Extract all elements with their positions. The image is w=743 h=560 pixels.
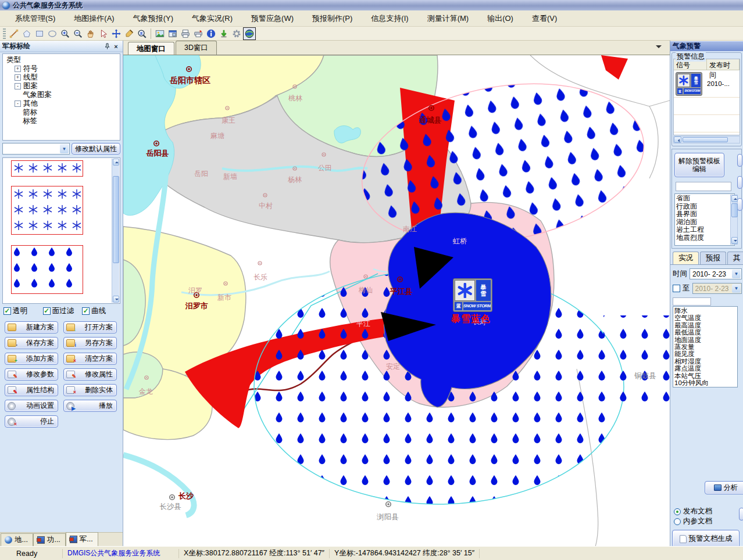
- rain-pattern-swatch[interactable]: [11, 245, 83, 294]
- scheme-button[interactable]: ×停止: [5, 415, 58, 428]
- checkbox-curve[interactable]: ✓曲线: [82, 306, 119, 316]
- scheme-button[interactable]: i另存方案: [63, 337, 117, 349]
- analyze-button[interactable]: 分析: [705, 481, 743, 494]
- tree-item[interactable]: -其他: [4, 99, 119, 108]
- element-item[interactable]: 最低温度: [674, 329, 736, 336]
- menu-item[interactable]: 气象实况(R): [183, 12, 242, 26]
- snow-pattern-swatch[interactable]: [11, 186, 83, 235]
- layer-item[interactable]: 湖泊面: [676, 218, 733, 227]
- tab-other[interactable]: 其: [727, 252, 743, 264]
- scheme-button[interactable]: +添加方案: [5, 353, 58, 365]
- element-item[interactable]: 露点温度: [674, 365, 736, 372]
- scheme-button[interactable]: ×删除实体: [63, 384, 117, 396]
- draw-ellipse-icon[interactable]: [46, 27, 59, 40]
- scheme-button[interactable]: ↓打开方案: [63, 321, 117, 333]
- checkbox-to[interactable]: ✓: [673, 285, 680, 292]
- tree-item[interactable]: +符号: [4, 64, 119, 73]
- pan-hand-icon[interactable]: [84, 27, 97, 40]
- scroll-up-icon[interactable]: [113, 159, 119, 166]
- menu-item[interactable]: 查看(V): [523, 12, 566, 26]
- import-icon[interactable]: [217, 27, 230, 40]
- zoom-window-icon[interactable]: [135, 27, 148, 40]
- pin-icon[interactable]: [103, 42, 112, 51]
- element-item[interactable]: 相对湿度: [674, 358, 736, 365]
- layer-item[interactable]: 地震烈度: [676, 234, 733, 242]
- scroll-thumb[interactable]: [731, 203, 738, 217]
- print-icon[interactable]: [179, 27, 192, 40]
- menu-item[interactable]: 气象预报(Y): [124, 12, 183, 26]
- globe-view-icon[interactable]: [243, 27, 256, 40]
- expand-icon[interactable]: +: [15, 66, 21, 72]
- layer-item[interactable]: 县界面: [676, 210, 733, 218]
- tree-item[interactable]: +线型: [4, 73, 119, 82]
- radio-publish-doc[interactable]: 发布文档: [674, 507, 712, 516]
- menu-item[interactable]: 预报制作(P): [303, 12, 362, 26]
- layer-item[interactable]: 省面: [676, 195, 733, 203]
- scroll-down-icon[interactable]: [113, 296, 119, 303]
- tree-item[interactable]: 气象图案: [4, 91, 119, 99]
- tab-live[interactable]: 实况: [673, 252, 699, 264]
- zoom-in-icon[interactable]: [59, 27, 72, 40]
- element-item[interactable]: 蒸发量: [674, 343, 736, 350]
- tab-forecast[interactable]: 预报: [700, 252, 726, 264]
- element-list[interactable]: 降水空气温度最高温度最低温度地面温度蒸发量能见度相对湿度露点温度本站气压10分钟…: [673, 306, 738, 387]
- cancel-warning-template-button[interactable]: 解除预警模板编辑: [674, 153, 724, 177]
- scheme-button[interactable]: ▪保存方案: [5, 337, 58, 349]
- layer-item[interactable]: 行政面: [676, 203, 733, 211]
- symbol-combo[interactable]: ▼: [2, 143, 70, 155]
- tree-item[interactable]: -图案: [4, 82, 119, 91]
- element-item[interactable]: 能见度: [674, 350, 736, 357]
- scheme-button[interactable]: 动画设置: [5, 400, 58, 412]
- scroll-left-icon[interactable]: [674, 137, 681, 143]
- snowstorm-sign[interactable]: 暴雪 蓝 SNOW STORM: [453, 278, 492, 312]
- element-item[interactable]: 地面温度: [674, 336, 736, 343]
- scroll-down-icon[interactable]: [731, 237, 738, 244]
- table-hscrollbar[interactable]: [673, 136, 740, 143]
- checkbox-face-filter[interactable]: ✓面过滤: [43, 306, 80, 316]
- collapse-icon[interactable]: -: [15, 83, 21, 89]
- clipped-button[interactable]: [737, 154, 742, 167]
- draw-polygon-icon[interactable]: [20, 27, 33, 40]
- move-icon[interactable]: [110, 27, 123, 40]
- element-item[interactable]: 空气温度: [674, 314, 736, 321]
- scheme-button[interactable]: ✎属性结构: [5, 384, 58, 396]
- scroll-thumb[interactable]: [683, 137, 728, 142]
- layer-item[interactable]: 岩土工程: [676, 226, 733, 234]
- menu-item[interactable]: 信息支持(I): [362, 12, 417, 26]
- tab-map-layers[interactable]: 地...: [1, 533, 33, 546]
- menu-item[interactable]: 输出(O): [478, 12, 523, 26]
- tab-functions[interactable]: 功...: [33, 533, 66, 546]
- tab-3d-window[interactable]: 3D窗口: [176, 41, 217, 55]
- collapse-icon[interactable]: -: [15, 100, 21, 107]
- draw-line-icon[interactable]: [8, 27, 20, 40]
- clipped-button[interactable]: [739, 508, 743, 520]
- layer-list[interactable]: 省面行政面县界面湖泊面岩土工程地震烈度: [674, 193, 735, 246]
- generate-warning-doc-button[interactable]: 预警文档生成: [672, 530, 740, 546]
- select-cursor-icon[interactable]: [97, 27, 110, 40]
- image-manager-icon[interactable]: [153, 27, 166, 40]
- clipped-button[interactable]: [737, 176, 742, 189]
- scheme-button[interactable]: ▶播放: [63, 400, 117, 412]
- tab-military-plot[interactable]: 军...: [66, 532, 98, 546]
- tree-item[interactable]: 类型: [4, 56, 119, 64]
- clipped-button[interactable]: [737, 198, 742, 211]
- time-combo[interactable]: 2010- 2-23 ▼: [690, 268, 742, 279]
- expand-icon[interactable]: +: [15, 74, 21, 81]
- scroll-up-icon[interactable]: [731, 195, 738, 202]
- menu-item[interactable]: 测量计算(M): [418, 12, 478, 26]
- map-canvas[interactable]: 岳阳市辖区岳阳县通城县汨罗市平江县长沙桃林康王麻塘岳阳新墙公田杨林中村南江长乐汨…: [123, 55, 670, 546]
- draw-rectangle-icon[interactable]: [33, 27, 46, 40]
- tab-dropdown-icon[interactable]: [656, 45, 662, 51]
- snow-pattern-swatch-partial[interactable]: [11, 160, 83, 177]
- zoom-out-icon[interactable]: [72, 27, 84, 40]
- menu-item[interactable]: 系统管理(S): [6, 12, 65, 26]
- window-manager-icon[interactable]: [166, 27, 179, 40]
- style-picker-icon[interactable]: [123, 27, 135, 40]
- layer-scrollbar[interactable]: [730, 195, 738, 245]
- menu-item[interactable]: 地图操作(A): [65, 12, 123, 26]
- scheme-button[interactable]: ×清空方案: [63, 353, 117, 365]
- swatch-scrollbar[interactable]: [112, 159, 119, 303]
- checkbox-transparent[interactable]: ✓透明: [3, 306, 41, 316]
- scroll-thumb[interactable]: [113, 176, 119, 263]
- scheme-button[interactable]: ✎修改属性: [63, 368, 117, 380]
